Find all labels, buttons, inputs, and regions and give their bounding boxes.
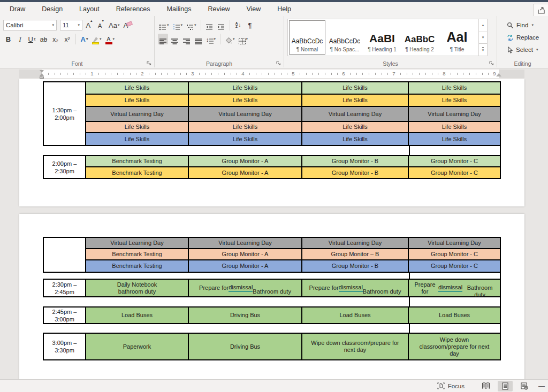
highlight-button[interactable]: ▾ [91, 34, 103, 44]
tab-references[interactable]: References [116, 5, 150, 13]
align-right-button[interactable] [181, 34, 192, 44]
shrink-font-button[interactable]: A▾ [96, 20, 106, 30]
increase-indent-button[interactable] [216, 20, 226, 30]
style--no-spac-[interactable]: AaBbCcDc¶ No Spac... [326, 20, 363, 55]
schedule-cell[interactable]: Life Skills [189, 133, 302, 145]
show-formatting-button[interactable]: ¶ [245, 20, 255, 30]
schedule-cell[interactable]: Driving Bus [189, 308, 302, 323]
schedule-cell[interactable]: Load Buses [409, 308, 500, 323]
change-case-button[interactable]: Aa ▾ [108, 20, 120, 30]
schedule-cell[interactable]: Life Skills [409, 122, 500, 132]
schedule-cell[interactable]: Group Monitor - B [302, 260, 409, 272]
table-spacer-row[interactable] [43, 146, 501, 155]
schedule-cell[interactable]: Load Buses [302, 308, 409, 323]
schedule-cell[interactable]: Life Skills [86, 82, 189, 94]
schedule-cell[interactable]: Group Monitor - C [409, 260, 500, 272]
schedule-cell[interactable]: Group Monitor - C [409, 167, 500, 178]
justify-button[interactable] [193, 34, 203, 44]
schedule-cell[interactable]: Group Monitor - A [189, 167, 302, 178]
styles-dialog-launcher[interactable] [489, 61, 494, 66]
schedule-cell[interactable]: Daily Notebookbathroom duty [86, 280, 189, 296]
align-left-button[interactable] [158, 34, 168, 44]
styles-more-button[interactable]: ▾ [479, 43, 487, 56]
zoom-out-button[interactable]: — [538, 382, 545, 390]
schedule-cell[interactable]: Group Monitor - B [302, 156, 409, 166]
font-size-select[interactable]: 11 ▾ [60, 20, 82, 30]
schedule-cell[interactable]: Group Monitor – B [302, 249, 409, 259]
strikethrough-button[interactable]: ab [39, 34, 49, 44]
bold-button[interactable]: B [3, 34, 13, 44]
schedule-cell[interactable]: Group Monitor - A [189, 249, 302, 259]
table-spacer-row[interactable] [43, 273, 501, 279]
schedule-cell[interactable]: Group Monitor - A [189, 260, 302, 272]
replace-button[interactable]: Replace [507, 32, 546, 43]
schedule-cell[interactable]: Wipe down classroom/prepare fornext day [302, 334, 409, 359]
schedule-cell[interactable]: Wipe downclassroom/prepare for nextday [409, 334, 500, 359]
schedule-cell[interactable]: Virtual Learning Day [409, 107, 500, 121]
schedule-cell[interactable]: Life Skills [409, 95, 500, 106]
time-cell[interactable]: 2:45pm –3:00pm [44, 308, 86, 323]
schedule-cell[interactable]: Virtual Learning Day [302, 238, 409, 248]
sort-button[interactable]: AZ ↓ [233, 20, 243, 30]
schedule-cell[interactable]: Life Skills [86, 95, 189, 106]
schedule-cell[interactable]: Benchmark Testing [86, 260, 189, 272]
schedule-cell[interactable]: Group Monitor - B [302, 167, 409, 178]
schedule-cell[interactable]: Life Skills [302, 82, 409, 94]
select-button[interactable]: Select ▾ [507, 44, 546, 56]
paragraph-dialog-launcher[interactable] [276, 61, 281, 66]
grow-font-button[interactable]: A▴ [84, 20, 94, 30]
schedule-cell[interactable]: Virtual Learning Day [409, 238, 500, 248]
style--heading-2[interactable]: AaBbC¶ Heading 2 [401, 20, 438, 55]
clear-formatting-button[interactable]: A [122, 20, 133, 30]
font-dialog-launcher[interactable] [147, 61, 151, 66]
find-button[interactable]: Find ▾ [507, 19, 546, 31]
font-color-button[interactable]: A ▾ [104, 34, 116, 44]
schedule-cell[interactable]: Group Monitor - A [189, 156, 302, 166]
schedule-cell[interactable]: Virtual Learning Day [86, 238, 189, 248]
schedule-cell[interactable]: Life Skills [302, 133, 409, 145]
style--normal[interactable]: AaBbCcDc¶ Normal [289, 20, 325, 55]
bullets-button[interactable]: ▾ [158, 20, 170, 30]
share-button[interactable] [533, 4, 548, 17]
borders-button[interactable]: ▾ [238, 34, 249, 44]
ruler[interactable]: 123456789 [0, 68, 548, 79]
left-indent-marker[interactable] [40, 76, 44, 79]
schedule-cell[interactable]: Virtual Learning Day [302, 107, 409, 121]
schedule-cell[interactable]: Paperwork [86, 334, 189, 359]
print-layout-button[interactable] [498, 381, 513, 391]
read-mode-button[interactable] [478, 381, 493, 391]
document-page-2[interactable]: Virtual Learning DayVirtual Learning Day… [19, 214, 524, 380]
underline-button[interactable]: U▾ [27, 34, 37, 44]
focus-mode-button[interactable]: Focus [437, 382, 465, 389]
table-spacer-row[interactable] [43, 324, 501, 333]
schedule-cell[interactable]: Life Skills [86, 133, 189, 145]
schedule-cell[interactable]: Life Skills [302, 122, 409, 132]
first-line-indent-marker[interactable] [40, 70, 44, 73]
align-center-button[interactable] [170, 34, 180, 44]
schedule-cell[interactable]: Virtual Learning Day [189, 107, 302, 121]
schedule-cell[interactable]: Group Monitor - C [409, 156, 500, 166]
schedule-cell[interactable]: Prepare for dismissalBathroom duty [409, 280, 500, 296]
schedule-cell[interactable]: Life Skills [189, 82, 302, 94]
schedule-cell[interactable]: Load Buses [86, 308, 189, 323]
schedule-cell[interactable]: Life Skills [302, 95, 409, 106]
tab-view[interactable]: View [246, 5, 261, 13]
tab-layout[interactable]: Layout [79, 5, 100, 13]
schedule-cell[interactable]: Benchmark Testing [86, 167, 189, 178]
numbering-button[interactable]: ▾ [172, 20, 184, 30]
schedule-cell[interactable]: Life Skills [409, 82, 500, 94]
time-cell[interactable]: 3:00pm –3:30pm [44, 334, 86, 359]
schedule-cell[interactable]: Life Skills [189, 95, 302, 106]
font-name-select[interactable]: Calibri ▾ [3, 20, 57, 30]
tab-review[interactable]: Review [208, 5, 230, 13]
tab-design[interactable]: Design [42, 5, 63, 13]
schedule-cell[interactable]: Virtual Learning Day [86, 107, 189, 121]
right-indent-marker[interactable] [496, 73, 501, 76]
time-cell[interactable]: 2:00pm –2:30pm [44, 156, 86, 178]
tab-help[interactable]: Help [277, 5, 291, 13]
schedule-cell[interactable]: Life Skills [86, 122, 189, 132]
line-spacing-button[interactable]: ↕ ▾ [205, 34, 217, 44]
schedule-cell[interactable]: Group Monitor - C [409, 249, 500, 259]
web-layout-button[interactable] [517, 381, 532, 391]
time-cell[interactable] [44, 238, 86, 272]
